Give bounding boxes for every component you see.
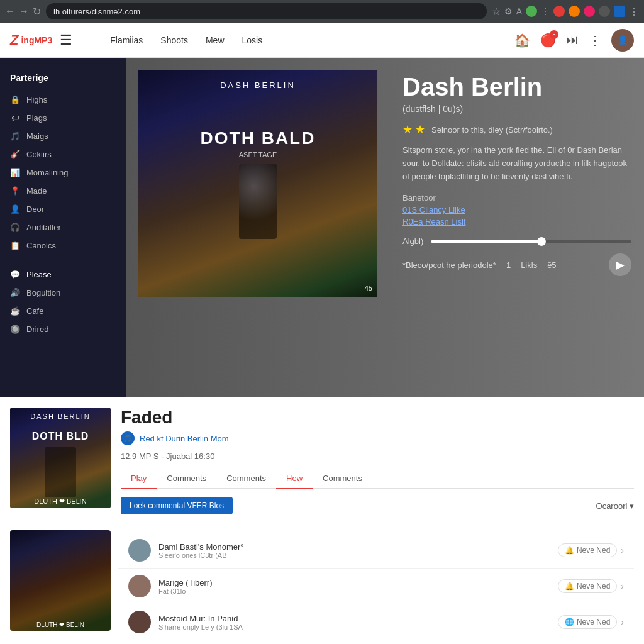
player-likes: Likls bbox=[521, 260, 537, 270]
comment-sub-2: Fat (31lo bbox=[158, 587, 550, 595]
logo-mp3: ingMP3 bbox=[21, 35, 52, 45]
chart-icon: 📊 bbox=[10, 168, 20, 177]
notification-icon[interactable]: 🔴 8 bbox=[540, 33, 556, 48]
back-button[interactable]: ← bbox=[5, 6, 15, 17]
sidebar-item-bogultion[interactable]: 🔊 Bogultion bbox=[0, 284, 126, 302]
browser-more[interactable]: ⋮ bbox=[629, 6, 639, 18]
forward-button[interactable]: → bbox=[19, 6, 29, 17]
comment-action-btn-3[interactable]: 🌐 Neve Ned bbox=[558, 615, 617, 629]
sidebar-label-deor: Deor bbox=[26, 204, 44, 214]
comment-text-2: Marige (Tiberr) Fat (31lo bbox=[158, 578, 550, 595]
sidebar-item-maigs[interactable]: 🎵 Maigs bbox=[0, 127, 126, 145]
sidebar-item-drired[interactable]: 🔘 Drired bbox=[0, 320, 126, 338]
comment-avatar-2 bbox=[128, 575, 151, 597]
sidebar-item-canolcs[interactable]: 📋 Canolcs bbox=[0, 236, 126, 255]
star-2[interactable]: ★ bbox=[415, 123, 425, 136]
pin-icon: 📍 bbox=[10, 186, 20, 196]
sidebar-item-please[interactable]: 💬 Please bbox=[0, 265, 126, 284]
comment-text-3: Mostoid Mur: In Panid Slharre onply Le y… bbox=[158, 614, 550, 631]
user-avatar[interactable]: 👤 bbox=[611, 29, 634, 52]
album-number: 45 bbox=[365, 284, 372, 292]
hero-info: Dash Berlin (dustflsh | 0ū)s) ★ ★ Selnoo… bbox=[390, 58, 644, 397]
sort-label[interactable]: Ocaroori ▾ bbox=[596, 501, 634, 511]
player-slider[interactable] bbox=[431, 240, 631, 243]
tab-comments-3[interactable]: Comments bbox=[313, 469, 372, 489]
sidebar-item-auditalter[interactable]: 🎧 Auditalter bbox=[0, 218, 126, 236]
nav-shoots[interactable]: Shoots bbox=[160, 35, 188, 45]
ext-icon5 bbox=[569, 6, 580, 17]
comment-text-1: Daml Basti's Monomer° Sleer'o ones lC3tr… bbox=[158, 542, 550, 559]
sidebar-item-highs[interactable]: 🔒 Highs bbox=[0, 91, 126, 109]
nav-mew[interactable]: Mew bbox=[206, 35, 225, 45]
song-meta: 12.9 MP S - Jjuabal 16:30 bbox=[121, 452, 634, 461]
hamburger-menu[interactable]: ☰ bbox=[60, 32, 72, 48]
tab-comments-1[interactable]: Comments bbox=[157, 469, 216, 489]
ext-icon2: A bbox=[516, 6, 522, 16]
comment-action-btn-2[interactable]: 🔔 Neve Ned bbox=[558, 579, 617, 593]
song-size: 12.9 MP S bbox=[121, 452, 158, 461]
header-more[interactable]: ⋮ bbox=[589, 33, 601, 48]
tab-play[interactable]: Play bbox=[121, 469, 157, 489]
sidebar-item-made[interactable]: 📍 Made bbox=[0, 182, 126, 200]
player-count: 1 bbox=[506, 260, 511, 270]
artist-name[interactable]: Red kt Durin Berlin Mom bbox=[140, 434, 229, 443]
hero-artist-name: Dash Berlin bbox=[402, 73, 631, 101]
player-num2: ē5 bbox=[547, 260, 556, 270]
main-layout: Parterige 🔒 Highs 🏷 Plags 🎵 Maigs 🎸 Coki… bbox=[0, 58, 644, 397]
list-icon: 📋 bbox=[10, 241, 20, 250]
nav-losis[interactable]: Losis bbox=[242, 35, 263, 45]
comment-name-2: Marige (Tiberr) bbox=[158, 578, 550, 587]
sidebar-item-cafe[interactable]: ☕ Cafe bbox=[0, 302, 126, 320]
comment-chevron-1[interactable]: › bbox=[621, 545, 624, 555]
skip-icon[interactable]: ⏭ bbox=[566, 33, 579, 47]
sidebar-item-cokiirs[interactable]: 🎸 Cokiirs bbox=[0, 145, 126, 164]
rating-label: Selnoor to this, dley (Sctr/foolrto.) bbox=[431, 125, 553, 135]
browser-actions: ☆ ⚙ A ⋮ ⋮ bbox=[492, 6, 639, 18]
comment-name-3: Mostoid Mur: In Panid bbox=[158, 614, 550, 623]
comment-action-1: 🔔 Neve Ned › bbox=[558, 543, 624, 557]
action-icon-2: 🔔 bbox=[565, 582, 574, 591]
comment-chevron-3[interactable]: › bbox=[621, 617, 624, 627]
star-icon[interactable]: ☆ bbox=[492, 6, 501, 18]
header-right: 🏠 🔴 8 ⏭ ⋮ 👤 bbox=[514, 29, 634, 52]
song-title: Faded bbox=[121, 408, 634, 428]
coffee-icon: ☕ bbox=[10, 306, 20, 316]
album-figure bbox=[239, 164, 277, 239]
play-button[interactable]: ▶ bbox=[609, 253, 631, 276]
hero-description: Sitsporn store, yor ina the york fied th… bbox=[402, 144, 631, 183]
star-1[interactable]: ★ bbox=[402, 123, 413, 136]
home-icon[interactable]: 🏠 bbox=[514, 33, 530, 48]
nav-flamiias[interactable]: Flamiias bbox=[110, 35, 143, 45]
comment-avatar-1 bbox=[128, 539, 151, 562]
player-label: Algbl) bbox=[402, 236, 423, 246]
action-label-3: Neve Ned bbox=[577, 618, 610, 626]
hero-link-1[interactable]: 01S Cilancy Llike bbox=[402, 205, 631, 214]
comments-section: Daml Basti's Monomer° Sleer'o ones lC3tr… bbox=[118, 533, 634, 644]
refresh-button[interactable]: ↻ bbox=[33, 6, 41, 18]
song-info: Faded 🎵 Red kt Durin Berlin Mom 12.9 MP … bbox=[121, 408, 634, 514]
song-thumbnail: DASH BERLIN DOTH BLD DLUTH ❤ BELIN bbox=[10, 408, 111, 508]
comment-chevron-2[interactable]: › bbox=[621, 581, 624, 591]
action-icon-1: 🔔 bbox=[565, 546, 574, 555]
sidebar-item-deor[interactable]: 👤 Deor bbox=[0, 200, 126, 218]
header-nav: Flamiias Shoots Mew Losis bbox=[110, 35, 262, 45]
url-bar[interactable]: lh olturers/disnme2.com bbox=[46, 3, 487, 19]
tab-how[interactable]: How bbox=[276, 469, 313, 489]
user-icon: 👤 bbox=[10, 204, 20, 214]
action-label-2: Neve Ned bbox=[577, 582, 610, 591]
artist-icon: 🎵 bbox=[121, 431, 135, 445]
comment-name-1: Daml Basti's Monomer° bbox=[158, 542, 550, 552]
comment-button[interactable]: Loek commental VFER Blos bbox=[121, 497, 233, 514]
ext-menu[interactable]: ⋮ bbox=[541, 6, 550, 16]
sidebar-item-plags[interactable]: 🏷 Plags bbox=[0, 109, 126, 127]
hero-link-2[interactable]: R0Ea Reasn Lislt bbox=[402, 217, 631, 226]
lock-icon: 🔒 bbox=[10, 95, 20, 104]
sidebar-item-momalining[interactable]: 📊 Momalining bbox=[0, 164, 126, 182]
sidebar-label-maigs: Maigs bbox=[26, 131, 48, 141]
comment-action-btn-1[interactable]: 🔔 Neve Ned bbox=[558, 543, 617, 557]
ext-icon7 bbox=[599, 6, 610, 17]
comment-action-3: 🌐 Neve Ned › bbox=[558, 615, 624, 629]
tab-comments-2[interactable]: Comments bbox=[216, 469, 276, 489]
facebook-icon: 💬 bbox=[10, 270, 20, 279]
sidebar-label-canolcs: Canolcs bbox=[26, 241, 56, 250]
